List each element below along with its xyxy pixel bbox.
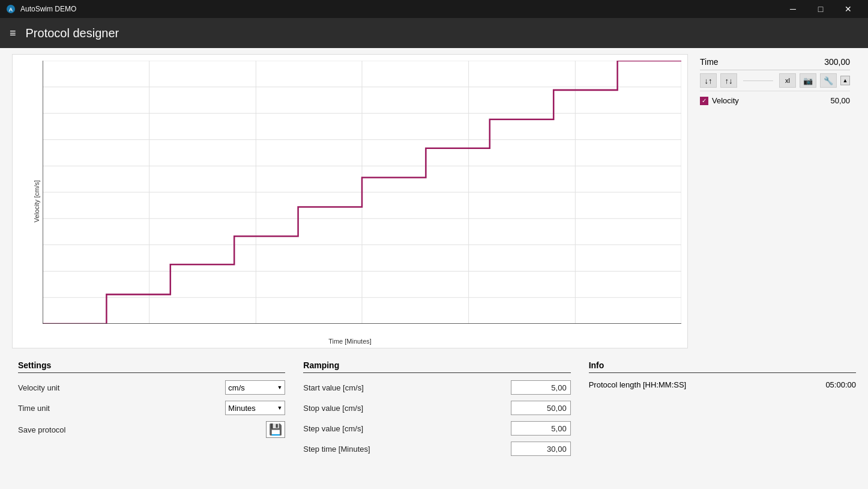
settings-panel: Settings Velocity unit cm/s ▼ Time unit … [18,360,285,462]
time-unit-select[interactable]: Minutes [226,401,285,415]
start-value-row: Start value [cm/s] [303,380,570,395]
expand-button[interactable]: ▲ [840,76,850,85]
right-panel-controls: ↓↑ ↑↓ xl 📷 🔧 ▲ [700,73,850,91]
right-panel: Time 300,00 ↓↑ ↑↓ xl 📷 🔧 ▲ Velocity 50,0… [694,54,856,348]
title-bar-controls: ─ □ ✕ [779,0,862,18]
stop-value-label: Stop value [cm/s] [303,404,510,413]
time-label: Time [700,57,719,67]
ramping-title: Ramping [303,360,570,373]
step-time-label: Step time [Minutes] [303,445,510,454]
x-axis-label: Time [Minutes] [328,338,372,345]
stop-value-input[interactable] [511,401,571,415]
velocity-unit-label: Velocity unit [18,383,225,392]
legend-row: Velocity 50,00 [700,96,850,105]
time-unit-select-wrapper[interactable]: Minutes ▼ [225,401,285,415]
velocity-unit-row: Velocity unit cm/s ▼ [18,380,285,395]
tool-button[interactable]: 🔧 [820,73,837,88]
protocol-length-value: 05:00:00 [825,380,856,389]
maximize-button[interactable]: □ [807,0,834,18]
protocol-length-row: Protocol length [HH:MM:SS] 05:00:00 [589,380,856,389]
velocity-legend-value: 50,00 [830,96,850,105]
menu-bar: ≡ Protocol designer [0,18,868,48]
right-panel-header: Time 300,00 [700,57,850,70]
velocity-checkbox[interactable] [700,97,708,105]
settings-title: Settings [18,360,285,373]
time-unit-label: Time unit [18,404,225,413]
step-time-input[interactable] [511,442,571,456]
save-protocol-button[interactable]: 💾 [266,421,285,438]
velocity-unit-select-wrapper[interactable]: cm/s ▼ [225,380,285,395]
time-value: 300,00 [824,57,850,67]
save-protocol-label: Save protocol [18,425,266,434]
step-value-row: Step value [cm/s] [303,421,570,436]
step-value-label: Step value [cm/s] [303,424,510,433]
bottom-section: Settings Velocity unit cm/s ▼ Time unit … [12,348,856,462]
close-button[interactable]: ✕ [834,0,862,18]
legend-left: Velocity [700,96,739,105]
step-time-row: Step time [Minutes] [303,442,570,456]
ramping-panel: Ramping Start value [cm/s] Stop value [c… [303,360,570,462]
title-bar: A AutoSwim DEMO ─ □ ✕ [0,0,868,18]
start-value-label: Start value [cm/s] [303,383,510,392]
info-panel: Info Protocol length [HH:MM:SS] 05:00:00 [589,360,856,462]
chart-container: Velocity [cm/s] Time [Minutes] [12,54,856,348]
title-bar-app-name: AutoSwim DEMO [20,5,76,13]
protocol-length-label: Protocol length [HH:MM:SS] [589,380,687,389]
minimize-button[interactable]: ─ [779,0,807,18]
app-icon: A [6,4,16,14]
hamburger-icon[interactable]: ≡ [10,27,16,40]
export-button[interactable]: xl [779,73,796,88]
title-bar-left: A AutoSwim DEMO [6,4,76,14]
velocity-legend-label: Velocity [712,96,739,105]
start-value-input[interactable] [511,380,571,395]
chart-svg: 5,0 10,0 15,0 20,0 25,0 30,0 35,0 40,0 4… [43,61,681,324]
main-content: Velocity [cm/s] Time [Minutes] [0,48,868,489]
velocity-unit-select[interactable]: cm/s [226,381,285,394]
chart-area: Velocity [cm/s] Time [Minutes] [12,54,688,348]
info-title: Info [589,360,856,373]
stop-value-row: Stop value [cm/s] [303,401,570,415]
sort-asc-button[interactable]: ↑↓ [720,73,737,88]
y-axis-label: Velocity [cm/s] [33,180,40,222]
camera-button[interactable]: 📷 [800,73,816,88]
page-title: Protocol designer [26,26,119,40]
svg-text:A: A [9,7,13,13]
time-unit-row: Time unit Minutes ▼ [18,401,285,415]
save-protocol-row: Save protocol 💾 [18,421,285,438]
sort-desc-button[interactable]: ↓↑ [700,73,717,88]
step-value-input[interactable] [511,421,571,436]
